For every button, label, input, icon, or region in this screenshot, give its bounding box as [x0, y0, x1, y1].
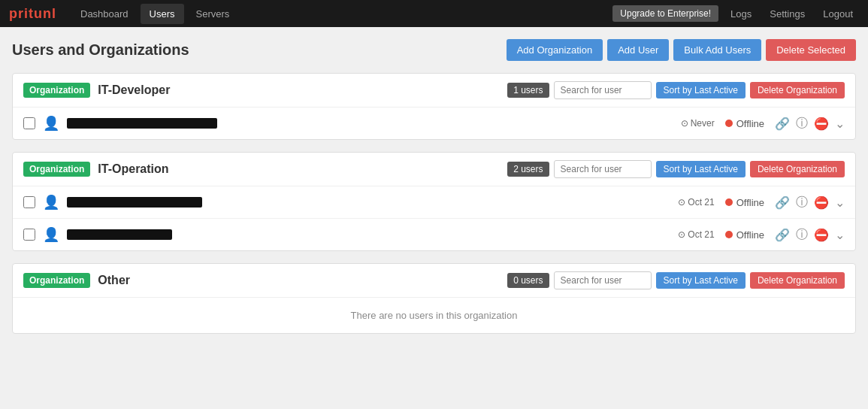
page-title: Users and Organizations [12, 41, 189, 59]
main-content: Users and Organizations Add Organization… [0, 27, 868, 358]
status-dot-icon [725, 198, 733, 206]
status-label: Offline [736, 229, 764, 241]
clock-icon: ⊙ [681, 118, 688, 129]
user-avatar-icon: 👤 [43, 194, 59, 211]
user-name-redacted [67, 118, 217, 129]
user-actions: 🔗 ⓘ ⛔ ⌄ [775, 195, 845, 211]
add-organization-button[interactable]: Add Organization [507, 39, 603, 61]
status-dot-icon [725, 120, 733, 127]
user-checkbox[interactable] [23, 229, 35, 241]
status-label: Offline [736, 197, 764, 208]
delete-org-button-it-developer[interactable]: Delete Organization [750, 82, 845, 98]
org-name-it-developer: IT-Developer [98, 83, 500, 97]
expand-icon[interactable]: ⌄ [835, 228, 845, 242]
user-meta: ⊙ Oct 21 Offline 🔗 ⓘ ⛔ ⌄ [678, 227, 845, 243]
nav-logs[interactable]: Logs [724, 5, 758, 23]
last-active-value: Oct 21 [688, 229, 714, 240]
user-name-redacted [67, 197, 202, 208]
table-row: 👤 ⊙ Oct 21 Offline 🔗 ⓘ ⛔ ⌄ [13, 219, 855, 250]
org-actions-other: 0 users Sort by Last Active Delete Organ… [507, 271, 845, 289]
org-card-it-developer: Organization IT-Developer 1 users Sort b… [12, 73, 856, 140]
bulk-add-users-button[interactable]: Bulk Add Users [673, 39, 761, 61]
org-actions-it-developer: 1 users Sort by Last Active Delete Organ… [507, 81, 845, 99]
user-name-redacted [67, 229, 172, 240]
navbar: pritunl Dashboard Users Servers Upgrade … [0, 0, 868, 27]
info-icon[interactable]: ⓘ [796, 195, 808, 211]
org-badge-other: Organization [23, 273, 90, 288]
expand-icon[interactable]: ⌄ [835, 195, 845, 210]
clock-icon: ⊙ [678, 197, 685, 208]
user-actions: 🔗 ⓘ ⛔ ⌄ [775, 116, 845, 132]
link-icon[interactable]: 🔗 [775, 228, 790, 242]
page-header: Users and Organizations Add Organization… [12, 39, 856, 61]
user-avatar-icon: 👤 [43, 115, 59, 132]
user-last-active: ⊙ Oct 21 [678, 197, 714, 208]
disable-icon[interactable]: ⛔ [814, 195, 829, 210]
nav-dashboard[interactable]: Dashboard [71, 4, 138, 24]
org-card-other: Organization Other 0 users Sort by Last … [12, 263, 856, 334]
search-input-it-developer[interactable] [554, 81, 652, 99]
status-label: Offline [736, 118, 764, 129]
status-dot-icon [725, 231, 733, 238]
user-count-other: 0 users [507, 273, 549, 288]
nav-servers[interactable]: Servers [187, 4, 239, 24]
sort-button-it-operation[interactable]: Sort by Last Active [656, 161, 746, 177]
brand-logo: pritunl [9, 6, 56, 22]
last-active-value: Oct 21 [688, 197, 714, 208]
header-buttons: Add Organization Add User Bulk Add Users… [507, 39, 856, 61]
sort-button-it-developer[interactable]: Sort by Last Active [656, 82, 746, 98]
user-count-it-operation: 2 users [507, 162, 549, 177]
delete-org-button-it-operation[interactable]: Delete Organization [750, 161, 845, 177]
delete-org-button-other[interactable]: Delete Organization [750, 272, 845, 289]
add-user-button[interactable]: Add User [607, 39, 669, 61]
empty-state-message: There are no users in this organization [13, 298, 855, 333]
user-actions: 🔗 ⓘ ⛔ ⌄ [775, 227, 845, 243]
user-status: Offline [725, 229, 764, 241]
org-name-other: Other [98, 274, 500, 287]
delete-selected-button[interactable]: Delete Selected [766, 39, 856, 61]
user-checkbox[interactable] [23, 117, 35, 129]
disable-icon[interactable]: ⛔ [814, 228, 829, 242]
nav-users[interactable]: Users [141, 4, 184, 24]
upgrade-button[interactable]: Upgrade to Enterprise! [612, 5, 718, 22]
user-avatar-icon: 👤 [43, 226, 59, 243]
user-last-active: ⊙ Never [681, 118, 715, 129]
nav-links: Dashboard Users Servers [71, 4, 612, 24]
expand-icon[interactable]: ⌄ [835, 117, 845, 131]
link-icon[interactable]: 🔗 [775, 117, 790, 131]
user-meta: ⊙ Never Offline 🔗 ⓘ ⛔ ⌄ [681, 116, 845, 132]
user-last-active: ⊙ Oct 21 [678, 229, 714, 240]
org-card-it-operation: Organization IT-Operation 2 users Sort b… [12, 152, 856, 251]
info-icon[interactable]: ⓘ [796, 227, 808, 243]
clock-icon: ⊙ [678, 229, 685, 240]
sort-button-other[interactable]: Sort by Last Active [656, 272, 746, 289]
user-status: Offline [725, 197, 764, 208]
search-input-it-operation[interactable] [554, 160, 652, 178]
nav-settings[interactable]: Settings [764, 5, 811, 23]
org-actions-it-operation: 2 users Sort by Last Active Delete Organ… [507, 160, 845, 178]
nav-logout[interactable]: Logout [817, 5, 859, 23]
org-header-it-operation: Organization IT-Operation 2 users Sort b… [13, 153, 855, 186]
org-header-it-developer: Organization IT-Developer 1 users Sort b… [13, 74, 855, 108]
disable-icon[interactable]: ⛔ [814, 117, 829, 131]
table-row: 👤 ⊙ Oct 21 Offline 🔗 ⓘ ⛔ ⌄ [13, 186, 855, 219]
user-count-it-developer: 1 users [507, 83, 549, 98]
user-checkbox[interactable] [23, 196, 35, 208]
user-meta: ⊙ Oct 21 Offline 🔗 ⓘ ⛔ ⌄ [678, 195, 845, 211]
org-badge-it-developer: Organization [23, 83, 90, 98]
org-badge-it-operation: Organization [23, 162, 90, 177]
last-active-value: Never [691, 118, 715, 129]
search-input-other[interactable] [554, 271, 652, 289]
link-icon[interactable]: 🔗 [775, 195, 790, 210]
info-icon[interactable]: ⓘ [796, 116, 808, 132]
org-header-other: Organization Other 0 users Sort by Last … [13, 264, 855, 298]
user-status: Offline [725, 118, 764, 129]
org-name-it-operation: IT-Operation [98, 162, 500, 176]
table-row: 👤 ⊙ Never Offline 🔗 ⓘ ⛔ ⌄ [13, 108, 855, 139]
nav-right: Upgrade to Enterprise! Logs Settings Log… [612, 5, 859, 23]
